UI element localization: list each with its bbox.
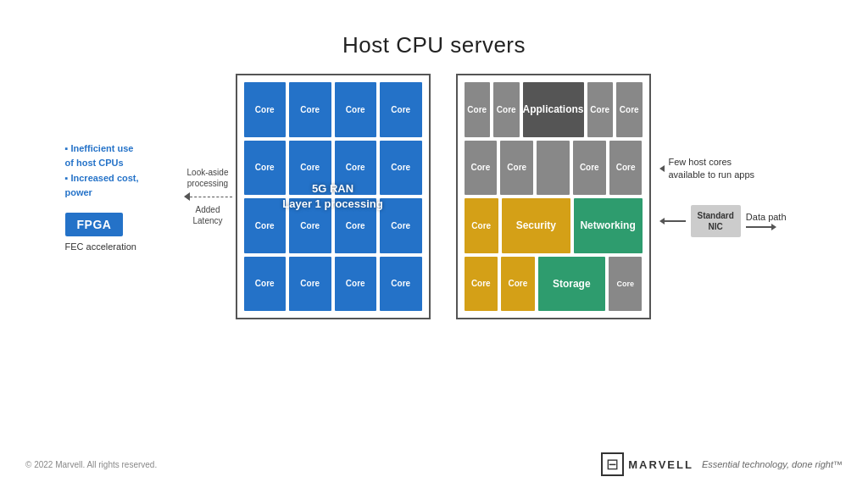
footer-right: ⊟ MARVELL Essential technology, done rig…: [601, 452, 843, 476]
data-path-label: Data path: [746, 212, 787, 222]
bullet-points: ▪ Inefficient useof host CPUs ▪ Increase…: [65, 141, 139, 199]
right-annotations: Few host coresavailable to run apps Stan…: [659, 156, 804, 238]
right-core-grid: Core Core Applications Core Core Core Co…: [465, 82, 643, 311]
gray-core: Core: [465, 141, 498, 196]
marvell-icon: ⊟: [601, 452, 624, 476]
core-cell: Core: [289, 198, 331, 253]
security-cell: Security: [502, 198, 570, 253]
row-3: Core Security Networking: [465, 198, 643, 253]
arrow-to-nic: [659, 218, 686, 225]
footer: © 2022 Marvell. All rights reserved. ⊟ M…: [0, 452, 868, 476]
core-cell: Core: [335, 82, 377, 137]
gray-core: Core: [609, 141, 643, 196]
yellow-core: Core: [465, 257, 498, 312]
networking-cell: Networking: [574, 198, 643, 253]
core-cell: Core: [289, 82, 331, 137]
core-cell: Core: [244, 198, 287, 253]
core-cell: Core: [335, 198, 377, 253]
row-2: Core Core Core Core: [465, 141, 643, 196]
lookaside-label: Look-asideprocessing: [187, 167, 229, 189]
fec-label: FEC acceleration: [65, 241, 136, 252]
data-path-area: Data path: [746, 212, 787, 230]
added-latency-label: AddedLatency: [192, 204, 222, 226]
arrow-from-box-icon: [659, 165, 665, 172]
bullet-2: ▪ Increased cost,power: [65, 171, 139, 199]
data-path-arrow: [746, 224, 776, 230]
few-host-cores-label: Few host coresavailable to run apps: [669, 156, 755, 182]
footer-tagline: Essential technology, done right™: [702, 459, 843, 469]
core-cell: Core: [335, 141, 377, 196]
core-cell: Core: [289, 141, 331, 196]
right-cpu-box: Core Core Applications Core Core Core Co…: [456, 74, 651, 319]
gray-core: Core: [573, 141, 606, 196]
core-cell: Core: [335, 257, 377, 312]
gray-core: Core: [465, 82, 491, 137]
left-cpu-box: Core Core Core Core Core Core Core Core …: [236, 74, 431, 319]
dashed-line: [190, 197, 232, 197]
applications-cell: Applications: [523, 82, 584, 137]
gray-core: Core: [609, 257, 643, 312]
core-cell: Core: [380, 82, 422, 137]
page-title: Host CPU servers: [0, 0, 868, 58]
yellow-core: Core: [465, 198, 498, 253]
gray-core: Core: [500, 141, 533, 196]
storage-cell: Storage: [538, 257, 605, 312]
core-cell: Core: [244, 257, 287, 312]
row-1: Core Core Applications Core Core: [465, 82, 643, 137]
core-cell: Core: [244, 141, 287, 196]
dashed-arrow: [184, 192, 232, 201]
core-cell: Core: [244, 82, 287, 137]
copyright-label: © 2022 Marvell. All rights reserved.: [25, 460, 157, 469]
gray-core: Core: [493, 82, 520, 137]
marvell-logo: ⊟ MARVELL: [601, 452, 693, 476]
page-container: Host CPU servers ▪ Inefficient useof hos…: [0, 0, 868, 488]
nic-datapath-area: StandardNIC Data path: [659, 205, 787, 237]
left-annotations: ▪ Inefficient useof host CPUs ▪ Increase…: [65, 141, 175, 252]
gray-core: Core: [616, 82, 643, 137]
row-4: Core Core Storage Core: [465, 257, 643, 312]
data-path-line: [746, 226, 771, 228]
blue-core-grid: Core Core Core Core Core Core Core Core …: [244, 82, 422, 311]
marvell-brand: MARVELL: [628, 458, 693, 471]
bullet-1: ▪ Inefficient useof host CPUs: [65, 141, 139, 169]
main-content: ▪ Inefficient useof host CPUs ▪ Increase…: [0, 74, 868, 319]
arrow-left-icon: [184, 192, 190, 201]
core-cell: Core: [380, 198, 422, 253]
standard-nic-box: StandardNIC: [691, 205, 741, 237]
gray-core: [537, 141, 570, 196]
core-cell: Core: [380, 141, 422, 196]
fpga-box: FPGA: [65, 213, 124, 236]
arrow-right-icon: [771, 224, 776, 230]
few-host-cores-area: Few host coresavailable to run apps: [659, 156, 755, 182]
core-cell: Core: [380, 257, 422, 312]
lookaside-area: Look-asideprocessing AddedLatency: [184, 167, 232, 226]
core-cell: Core: [289, 257, 331, 312]
yellow-core: Core: [501, 257, 535, 312]
nic-line: [665, 220, 686, 222]
gray-core: Core: [587, 82, 614, 137]
